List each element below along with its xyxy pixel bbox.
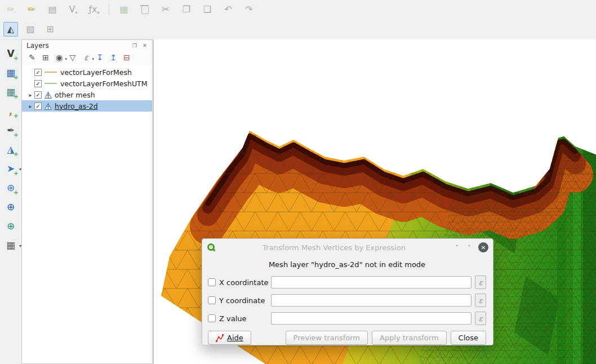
layer-label: other mesh xyxy=(55,91,95,99)
plus-badge: + xyxy=(14,150,19,158)
add-vector-layer-icon[interactable]: V+ xyxy=(3,46,18,61)
x-coordinate-input[interactable] xyxy=(271,276,472,288)
mesh-help-icon xyxy=(216,334,224,342)
line-symbol xyxy=(45,83,57,84)
undo-icon[interactable]: ↶ xyxy=(221,2,235,17)
help-button[interactable]: Aide xyxy=(208,331,251,345)
mesh-grid-glyph: ◭ xyxy=(7,25,14,34)
add-delimited-text-layer-icon[interactable]: ,+ xyxy=(3,104,18,118)
vertex-tool-icon[interactable]: V▾ xyxy=(66,2,81,17)
z-expression-button[interactable]: ε xyxy=(475,312,486,325)
z-value-checkbox[interactable] xyxy=(208,314,216,322)
copy-features-icon[interactable]: ❐ xyxy=(179,2,194,17)
mesh-layer-icon xyxy=(45,103,52,110)
add-mesh-layer-icon[interactable]: ▦+ xyxy=(3,85,18,99)
add-group-icon[interactable]: ⊞ xyxy=(40,52,51,63)
help-button-label: Aide xyxy=(227,334,243,342)
collapse-all-icon[interactable]: ↥ xyxy=(108,52,119,63)
modify-attributes-icon[interactable]: ▦ xyxy=(117,2,131,17)
digitize-mesh-elements-icon[interactable]: ◭ xyxy=(3,22,18,37)
select-mesh-elements-icon[interactable]: ▧ xyxy=(23,22,38,37)
transform-mesh-vertices-icon[interactable]: ⊞ xyxy=(43,22,57,37)
add-arcgis-layer-icon[interactable]: ➤+▾ xyxy=(3,161,18,176)
mesh-digitizing-toolbar: ◭ ▧ ⊞ xyxy=(0,19,596,40)
filter-legend-icon[interactable]: ▽ xyxy=(67,52,78,63)
toggle-editing-icon[interactable]: ✏ xyxy=(24,2,39,17)
layers-panel-header: Layers ❐ ✕ xyxy=(22,40,152,50)
add-wcs-layer-icon[interactable]: ⊕ xyxy=(3,219,18,233)
add-wms-layer-icon[interactable]: ⊕+ xyxy=(3,180,18,195)
redo-icon[interactable]: ↷ xyxy=(242,2,256,17)
y-coordinate-input[interactable] xyxy=(271,294,472,307)
save-layer-edits-icon[interactable]: ▤ xyxy=(45,2,60,17)
group-glyph: ⊞ xyxy=(42,53,49,62)
float-panel-icon[interactable]: ❐ xyxy=(131,42,139,50)
add-virtual-layer-icon[interactable]: ▦▾ xyxy=(3,238,18,252)
layer-row-hydro-as-2d[interactable]: ▸ ✓ hydro_as-2d xyxy=(22,100,152,112)
layer-label: hydro_as-2d xyxy=(55,102,98,110)
layer-row-vectorLayerForMesh[interactable]: ✓ vectorLayerForMesh xyxy=(22,66,152,78)
apply-transform-button[interactable]: Apply transform xyxy=(372,331,447,345)
funnel-glyph: ▽ xyxy=(70,53,76,62)
add-point-cloud-layer-icon[interactable]: ◮+ xyxy=(3,142,18,157)
z-value-input[interactable] xyxy=(271,312,472,325)
layer-visibility-checkbox[interactable]: ✓ xyxy=(34,91,42,99)
dialog-titlebar[interactable]: Transform Mesh Vertices by Expression ˅ … xyxy=(202,239,493,256)
undo-arrow-glyph: ↶ xyxy=(224,5,232,14)
layer-visibility-checkbox[interactable]: ✓ xyxy=(34,103,42,110)
expander-arrow-icon[interactable]: ▸ xyxy=(26,103,34,109)
grid-glyph: ▦ xyxy=(119,5,128,14)
vertex-glyph: V xyxy=(69,5,75,14)
add-wfs-layer-icon[interactable]: ⊕ xyxy=(3,199,18,214)
manage-map-themes-icon[interactable]: ◉▾ xyxy=(54,52,65,63)
z-value-label: Z value xyxy=(219,314,271,323)
eye-glyph: ◉ xyxy=(56,53,63,62)
open-layer-styling-icon[interactable]: ✎ xyxy=(26,52,38,63)
globe-glyph: ⊕ xyxy=(7,202,15,212)
add-spatialite-layer-icon[interactable]: ✒+ xyxy=(3,123,18,137)
chevron-up-icon[interactable]: ˄ xyxy=(465,244,474,251)
map-canvas[interactable]: Transform Mesh Vertices by Expression ˅ … xyxy=(153,39,596,364)
chevron-down-icon[interactable]: ˅ xyxy=(452,244,461,251)
close-panel-icon[interactable]: ✕ xyxy=(141,42,149,50)
collapse-glyph: ↥ xyxy=(110,53,117,62)
cut-features-icon[interactable]: ✂ xyxy=(158,2,173,17)
dropdown-caret-icon: ▾ xyxy=(75,10,77,16)
y-coordinate-row: Y coordinate ε xyxy=(208,294,486,307)
expander-arrow-icon[interactable]: ▸ xyxy=(26,92,34,98)
filter-by-expression-icon[interactable]: ε▾ xyxy=(81,52,92,63)
pencil-glyph: ✏ xyxy=(28,5,35,14)
layer-visibility-checkbox[interactable]: ✓ xyxy=(34,80,42,87)
layer-visibility-checkbox[interactable]: ✓ xyxy=(34,69,42,76)
y-expression-button[interactable]: ε xyxy=(475,294,486,307)
brush-glyph: ✎ xyxy=(29,53,35,62)
layers-tree: ✓ vectorLayerForMesh ✓ vectorLayerForMes… xyxy=(22,65,152,363)
layer-row-other-mesh[interactable]: ▸ ✓ other mesh xyxy=(22,89,152,100)
plus-badge: + xyxy=(14,93,19,100)
x-coordinate-checkbox[interactable] xyxy=(208,278,216,286)
plus-badge: + xyxy=(14,189,19,196)
y-coordinate-label: Y coordinate xyxy=(219,296,271,305)
expand-all-icon[interactable]: ↧ xyxy=(94,52,105,63)
layers-panel: Layers ❐ ✕ ✎ ⊞ ◉▾ ▽ ε▾ ↧ ↥ ⊟ ✓ vectorLay… xyxy=(21,39,153,364)
dropdown-caret-icon: ▾ xyxy=(97,10,100,16)
layer-row-vectorLayerForMeshUTM[interactable]: ✓ vectorLayerForMeshUTM xyxy=(22,78,152,89)
current-edits-icon[interactable]: ✏ xyxy=(3,2,18,17)
preview-transform-button[interactable]: Preview transform xyxy=(286,331,368,345)
x-coordinate-label: X coordintate xyxy=(219,278,271,287)
dialog-close-icon[interactable]: ✕ xyxy=(478,242,488,252)
paste-features-icon[interactable]: ❑ xyxy=(200,2,215,17)
add-raster-layer-icon[interactable]: ▦+ xyxy=(3,65,18,80)
dialog-body: Mesh layer "hydro_as-2d" not in edit mod… xyxy=(202,256,493,345)
digitize-with-expression-icon[interactable]: ƒx▾ xyxy=(87,2,101,17)
comma-glyph: , xyxy=(9,106,12,116)
mesh-select-glyph: ▧ xyxy=(26,25,34,34)
delete-selected-icon[interactable] xyxy=(137,2,152,17)
x-expression-button[interactable]: ε xyxy=(475,276,486,289)
digitizing-toolbar: ✏ ✏ ▤ V▾ ƒx▾ ▦ ✂ ❐ ❑ ↶ ↷ xyxy=(0,0,596,19)
qgis-window: ✏ ✏ ▤ V▾ ƒx▾ ▦ ✂ ❐ ❑ ↶ ↷ ◭ ▧ ⊞ V+ ▦+ ▦+ … xyxy=(0,0,596,364)
y-coordinate-checkbox[interactable] xyxy=(208,296,216,304)
close-button[interactable]: Close xyxy=(451,331,486,345)
trash-glyph xyxy=(141,7,149,14)
remove-layer-icon[interactable]: ⊟ xyxy=(121,52,132,63)
